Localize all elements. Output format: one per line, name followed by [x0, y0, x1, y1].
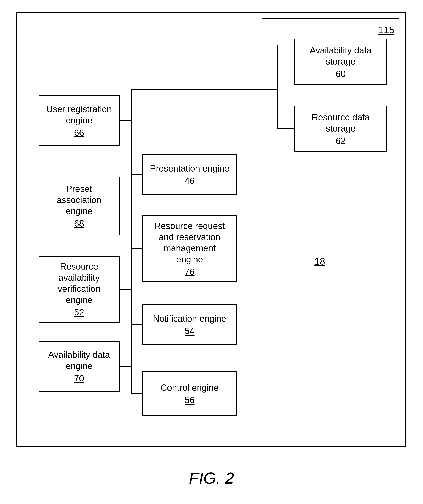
preset-association-engine-box: Preset association engine 68: [39, 177, 120, 235]
availability-data-storage-box: Availability data storage 60: [294, 39, 387, 85]
availability-data-engine-label: Availability data engine: [48, 349, 110, 372]
main-outer-ref: 18: [314, 256, 325, 267]
resource-request-reservation-engine-ref: 76: [185, 266, 195, 277]
notification-engine-box: Notification engine 54: [142, 305, 237, 345]
control-engine-label: Control engine: [161, 382, 219, 393]
resource-data-storage-ref: 62: [336, 135, 346, 146]
resource-data-storage-box: Resource data storage 62: [294, 106, 387, 152]
figure-caption: FIG. 2: [151, 469, 272, 487]
storage-group-ref: 115: [378, 24, 394, 36]
notification-engine-label: Notification engine: [153, 313, 226, 324]
control-engine-ref: 56: [185, 394, 195, 406]
control-engine-box: Control engine 56: [142, 372, 237, 416]
resource-availability-verification-engine-ref: 52: [74, 307, 84, 318]
preset-association-engine-label: Preset association engine: [57, 183, 101, 216]
resource-availability-verification-engine-label: Resource availability verification engin…: [58, 261, 100, 306]
figure-page: 18 115 Availability data storage 60 Reso…: [0, 0, 423, 504]
availability-data-engine-ref: 70: [74, 373, 84, 384]
resource-request-reservation-engine-box: Resource request and reservation managem…: [142, 215, 237, 282]
notification-engine-ref: 54: [185, 325, 195, 336]
availability-data-storage-ref: 60: [336, 68, 346, 79]
resource-data-storage-label: Resource data storage: [312, 112, 370, 134]
user-registration-engine-ref: 66: [74, 127, 84, 138]
presentation-engine-box: Presentation engine 46: [142, 154, 237, 195]
user-registration-engine-label: User registration engine: [47, 103, 112, 126]
availability-data-engine-box: Availability data engine 70: [39, 341, 120, 392]
preset-association-engine-ref: 68: [74, 218, 84, 229]
resource-request-reservation-engine-label: Resource request and reservation managem…: [154, 220, 225, 265]
presentation-engine-ref: 46: [185, 175, 195, 186]
user-registration-engine-box: User registration engine 66: [39, 96, 120, 146]
availability-data-storage-label: Availability data storage: [310, 45, 372, 67]
resource-availability-verification-engine-box: Resource availability verification engin…: [39, 256, 120, 323]
presentation-engine-label: Presentation engine: [150, 163, 229, 174]
